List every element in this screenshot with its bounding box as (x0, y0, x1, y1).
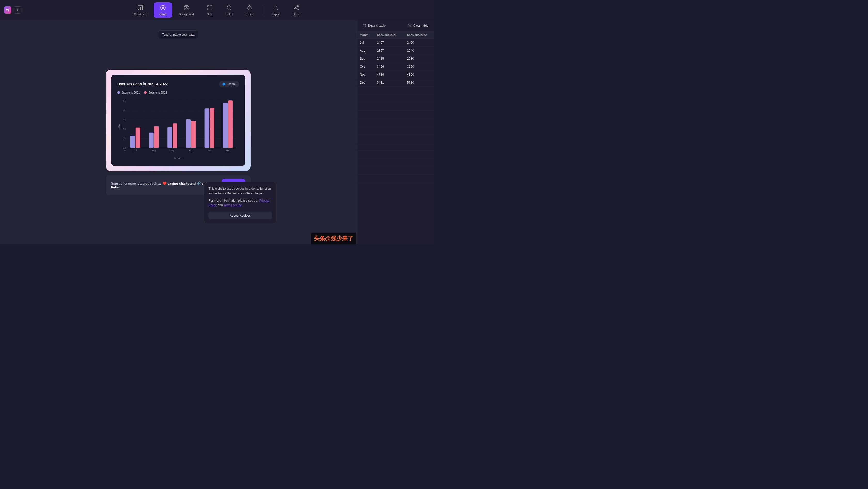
table-cell-s2022[interactable]: 5780 (404, 79, 434, 87)
table-cell-month[interactable]: Dec (357, 79, 374, 87)
bar-aug-2021 (149, 132, 154, 148)
svg-text:2k: 2k (123, 137, 126, 140)
nav-label-export: Export (272, 13, 280, 16)
bar-oct-2022 (191, 121, 196, 148)
svg-text:1k: 1k (123, 147, 126, 149)
svg-text:Value: Value (118, 124, 121, 129)
toolbar: + Chart type C (0, 0, 434, 20)
svg-line-29 (295, 8, 297, 9)
nav-item-background[interactable]: Background (173, 2, 200, 18)
table-cell-s2021[interactable]: 5431 (374, 79, 404, 87)
legend-item-2021: Sessions 2021 (117, 91, 140, 94)
nav-label-size: Size (207, 13, 212, 16)
cookie-banner: This website uses cookies in order to fu… (204, 182, 276, 224)
nav-label-detail: Detail (225, 13, 233, 16)
nav-item-share[interactable]: Share (287, 2, 306, 18)
svg-text:Nov: Nov (208, 149, 211, 152)
table-row-empty (357, 95, 434, 103)
table-cell-s2021[interactable]: 4789 (374, 71, 404, 79)
nav-item-size[interactable]: Size (201, 2, 219, 18)
expand-icon (363, 24, 366, 27)
table-toolbar: Expand table Clear table (357, 20, 434, 31)
svg-text:6k: 6k (123, 100, 126, 102)
svg-text:5k: 5k (123, 109, 126, 112)
chart-inner: User sessions in 2021 & 2022 🔷 Graphy Se… (111, 75, 245, 166)
table-row-empty (357, 103, 434, 111)
table-row-empty (357, 159, 434, 167)
chart-area: 6k 5k 4k 3k 2k 1k 0 Value Jul (117, 98, 239, 155)
table-cell-s2021[interactable]: 1467 (374, 39, 404, 47)
bar-aug-2022 (154, 126, 159, 148)
clear-table-button[interactable]: Clear table (406, 23, 430, 28)
nav-item-theme[interactable]: Theme (240, 2, 259, 18)
svg-point-26 (294, 7, 295, 8)
bar-dec-2022 (228, 100, 233, 148)
svg-text:4k: 4k (123, 119, 126, 121)
app-logo (4, 6, 11, 14)
legend-dot-2022 (144, 91, 147, 94)
clear-table-label: Clear table (413, 24, 428, 27)
bar-dec-2021 (223, 103, 227, 148)
right-panel: Expand table Clear table Month Sessions … (356, 20, 434, 245)
chart-title-row: User sessions in 2021 & 2022 🔷 Graphy (117, 81, 239, 87)
nav-label-chart: Chart (159, 13, 166, 16)
table-cell-s2021[interactable]: 1857 (374, 47, 404, 55)
bar-sep-2022 (173, 123, 177, 148)
export-icon (273, 4, 279, 11)
col-sessions-2022: Sessions 2022 (404, 31, 434, 39)
svg-point-1 (8, 9, 9, 10)
svg-point-10 (162, 7, 163, 8)
chart-card: User sessions in 2021 & 2022 🔷 Graphy Se… (106, 69, 251, 171)
table-cell-month[interactable]: Oct (357, 63, 374, 71)
theme-icon (246, 4, 253, 11)
chart-icon (160, 4, 166, 11)
col-sessions-2021: Sessions 2021 (374, 31, 404, 39)
table-cell-s2022[interactable]: 2980 (404, 55, 434, 63)
table-row: Dec54315780 (357, 79, 434, 87)
expand-table-label: Expand table (368, 24, 386, 27)
cookie-terms-link[interactable]: Terms of Use (224, 204, 242, 207)
table-cell-month[interactable]: Jul (357, 39, 374, 47)
table-cell-s2021[interactable]: 3456 (374, 63, 404, 71)
table-cell-month[interactable]: Sep (357, 55, 374, 63)
data-tooltip: Type or paste your data (158, 30, 198, 39)
nav-label-share: Share (292, 13, 300, 16)
chart-x-label: Month (117, 157, 239, 160)
canvas-area: Type or paste your data User sessions in… (0, 20, 356, 245)
svg-text:Oct: Oct (189, 149, 193, 152)
table-cell-month[interactable]: Aug (357, 47, 374, 55)
nav-item-chart-type[interactable]: Chart type (128, 2, 153, 18)
table-cell-s2021[interactable]: 2485 (374, 55, 404, 63)
svg-point-27 (297, 8, 299, 10)
legend-label-2022: Sessions 2022 (148, 91, 167, 94)
svg-text:0: 0 (124, 149, 126, 152)
nav-item-chart[interactable]: Chart (154, 2, 172, 18)
chart-svg: 6k 5k 4k 3k 2k 1k 0 Value Jul (117, 98, 239, 155)
watermark: 头条@强少来了 (311, 233, 356, 245)
table-row-empty (357, 87, 434, 95)
cookie-text-1: This website uses cookies in order to fu… (209, 186, 272, 196)
nav-label-chart-type: Chart type (134, 13, 147, 16)
svg-point-23 (229, 6, 229, 7)
svg-rect-5 (140, 7, 141, 10)
table-row-empty (357, 119, 434, 127)
table-cell-s2022[interactable]: 3250 (404, 63, 434, 71)
nav-label-background: Background (179, 13, 194, 16)
svg-point-2 (6, 10, 7, 11)
table-cell-s2022[interactable]: 2640 (404, 47, 434, 55)
cookie-accept-button[interactable]: Accept cookies (209, 212, 272, 219)
expand-table-button[interactable]: Expand table (361, 23, 388, 28)
nav-item-detail[interactable]: Detail (220, 2, 239, 18)
table-row-empty (357, 167, 434, 175)
svg-rect-4 (138, 8, 139, 10)
chart-type-icon (137, 4, 144, 11)
table-cell-month[interactable]: Nov (357, 71, 374, 79)
table-cell-s2022[interactable]: 4890 (404, 71, 434, 79)
bar-sep-2021 (167, 127, 172, 148)
bar-jul-2022 (135, 127, 140, 148)
add-button[interactable]: + (14, 6, 21, 14)
bar-nov-2022 (210, 108, 214, 148)
nav-item-export[interactable]: Export (266, 2, 286, 18)
cookie-text-2: For more information please see our Priv… (209, 198, 272, 208)
table-cell-s2022[interactable]: 2450 (404, 39, 434, 47)
